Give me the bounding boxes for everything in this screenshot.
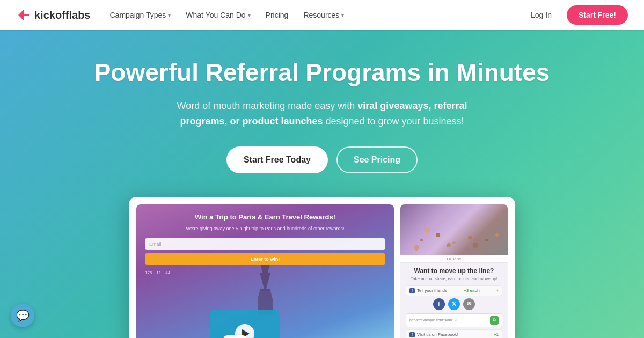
mockup-container: Win a Trip to Paris & Earn Travel Reward… (129, 197, 515, 338)
plus-each-badge: +3 each (464, 288, 480, 293)
logo-icon (16, 8, 31, 23)
referral-panel: Hi Jane Want to move up the line? Take a… (400, 204, 508, 338)
chevron-down-icon: ▾ (341, 12, 344, 18)
svg-marker-0 (18, 10, 29, 20)
stat-1: 175 (145, 270, 152, 275)
copy-link-icon[interactable]: ⧉ (490, 316, 499, 325)
nav-resources[interactable]: Resources ▾ (297, 6, 350, 24)
chat-icon: 💬 (16, 309, 30, 322)
nav-pricing[interactable]: Pricing (259, 6, 295, 24)
facebook-share-icon[interactable]: f (433, 298, 445, 310)
start-free-nav-button[interactable]: Start Free! (567, 5, 628, 25)
nav-what-you-can-do[interactable]: What You Can Do ▾ (179, 6, 257, 24)
move-up-title: Want to move up the line? (406, 267, 502, 275)
mockup-frame: Win a Trip to Paris & Earn Travel Reward… (129, 197, 515, 338)
logo[interactable]: kickofflabs (16, 8, 91, 23)
giveaway-subtitle: We're giving away one 5 night trip to Pa… (145, 225, 385, 232)
svg-marker-3 (258, 291, 273, 299)
stat-2: 11 (156, 270, 161, 275)
chevron-small-icon: ▾ (496, 288, 499, 293)
start-free-today-button[interactable]: Start Free Today (226, 146, 328, 173)
referral-body: Want to move up the line? Take action, s… (400, 263, 508, 338)
stats-row: 175 11 44 (145, 270, 385, 275)
logo-text: kickofflabs (34, 9, 91, 21)
visit-facebook-left: f Visit us on Facebook! (409, 332, 458, 337)
hero-buttons: Start Free Today See Pricing (16, 146, 628, 173)
nav-links: Campaign Types ▾ What You Can Do ▾ Prici… (104, 6, 525, 24)
plus-one-badge: +1 (494, 332, 499, 337)
nav-actions: Log In Start Free! (524, 5, 628, 25)
hi-jane-label: Hi Jane (400, 255, 508, 263)
tell-friends-left: f Tell your friends (409, 288, 447, 293)
referral-link-row: https://example.com?kid=123 ⧉ (406, 313, 502, 327)
svg-rect-2 (260, 289, 270, 291)
login-button[interactable]: Log In (524, 6, 558, 24)
giveaway-title: Win a Trip to Paris & Earn Travel Reward… (145, 213, 385, 222)
giveaway-content: Win a Trip to Paris & Earn Travel Reward… (145, 213, 385, 275)
crowd-dots (400, 204, 508, 255)
video-overlay[interactable] (210, 310, 280, 338)
hero-subtitle: Word of mouth marketing made easy with v… (156, 98, 488, 129)
facebook-small-icon: f (409, 288, 415, 293)
chevron-down-icon: ▾ (248, 12, 251, 18)
entries-badge: 10 entries (223, 335, 247, 338)
stat-3: 44 (165, 270, 170, 275)
enter-button-mock: Enter to win! (145, 253, 385, 265)
chat-bubble-button[interactable]: 💬 (11, 304, 34, 327)
nav-campaign-types[interactable]: Campaign Types ▾ (104, 6, 178, 24)
email-input-mock: Email (145, 238, 385, 250)
social-icons-row: f 𝕏 ✉ (406, 298, 502, 310)
navbar: kickofflabs Campaign Types ▾ What You Ca… (0, 0, 644, 30)
facebook-visit-icon: f (409, 332, 415, 337)
crowd-image (400, 204, 508, 255)
hero-section: Powerful Referral Programs in Minutes Wo… (0, 30, 644, 338)
see-pricing-button[interactable]: See Pricing (336, 146, 418, 173)
visit-facebook-row: f Visit us on Facebook! +1 (406, 329, 502, 338)
tell-friends-row: f Tell your friends +3 each ▾ (406, 285, 502, 296)
move-up-desc: Take action, share, earn points, and mov… (406, 276, 502, 281)
email-share-icon[interactable]: ✉ (463, 298, 475, 310)
chevron-down-icon: ▾ (168, 12, 171, 18)
twitter-share-icon[interactable]: 𝕏 (448, 298, 460, 310)
hero-title: Powerful Referral Programs in Minutes (16, 58, 628, 87)
